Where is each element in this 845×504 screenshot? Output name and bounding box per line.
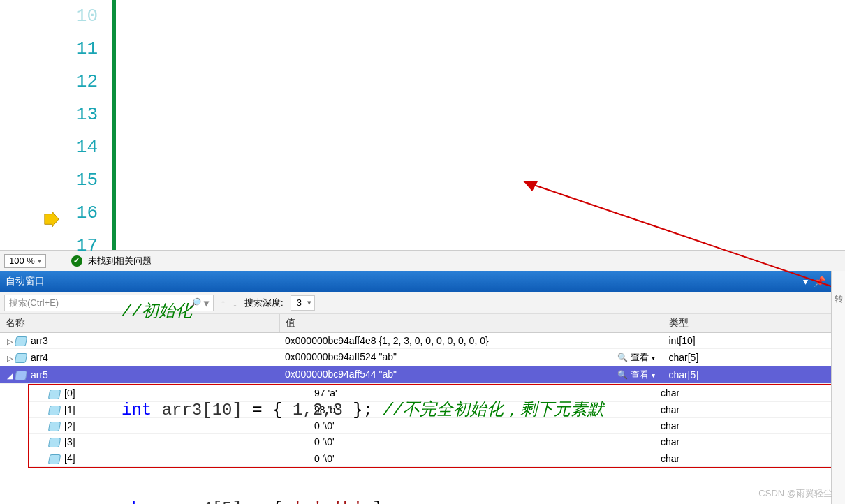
expand-icon[interactable]: ▷ xyxy=(6,337,14,346)
expand-icon[interactable]: ▷ xyxy=(6,354,14,363)
object-icon xyxy=(48,438,61,447)
code-body[interactable]: //初始化 int arr3[10] = { 1,2,3 }; //不完全初始化… xyxy=(116,0,845,250)
object-icon xyxy=(48,454,61,464)
annotation-arrow-icon xyxy=(503,161,838,300)
object-icon xyxy=(15,371,27,380)
object-icon xyxy=(15,353,27,363)
line-number: 12 xyxy=(0,66,98,98)
line-number: 11 xyxy=(0,33,98,66)
right-strip: 转 xyxy=(831,271,845,504)
svg-marker-2 xyxy=(524,181,538,191)
panel-title: 自动窗口 xyxy=(6,275,45,288)
object-icon xyxy=(48,390,61,399)
code-editor[interactable]: 10 11 12 13 14 15 16 17 //初始化 int arr3[1… xyxy=(0,0,845,250)
object-icon xyxy=(15,336,27,346)
object-icon xyxy=(48,422,61,431)
collapse-icon[interactable]: ◢ xyxy=(6,371,14,380)
line-number: 15 xyxy=(0,164,98,197)
line-number: 13 xyxy=(0,98,98,131)
depth-dropdown[interactable]: 3 xyxy=(291,295,315,311)
svg-marker-0 xyxy=(45,212,59,227)
comment: //初始化 xyxy=(122,295,192,328)
line-number: 14 xyxy=(0,131,98,164)
object-icon xyxy=(48,406,61,415)
line-number: 10 xyxy=(0,0,98,33)
